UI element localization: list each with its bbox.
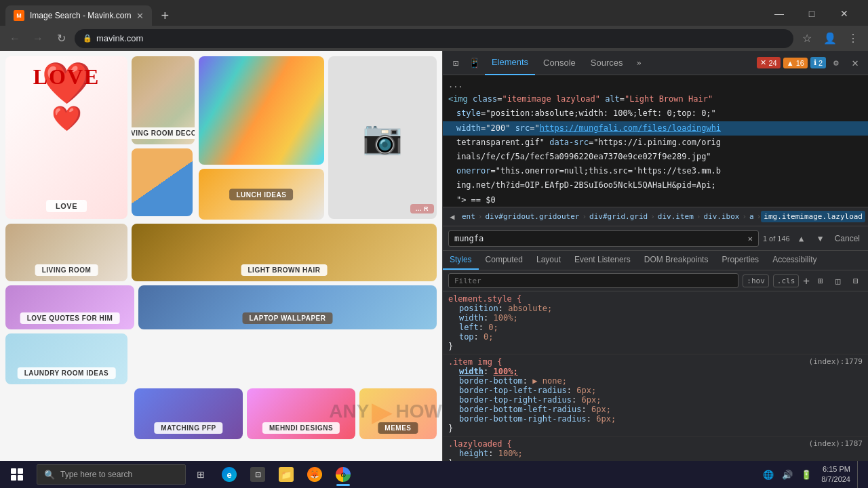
- living-room-decor-item[interactable]: Living Room Decor: [132, 56, 195, 144]
- search-clear-icon[interactable]: ✕: [748, 234, 753, 243]
- css-prop-width-highlighted-name[interactable]: width: [459, 367, 484, 376]
- css-prop-width-name[interactable]: width: [459, 313, 484, 323]
- devtools-device-icon[interactable]: 📱: [466, 54, 484, 72]
- search-cancel-btn[interactable]: Cancel: [832, 234, 863, 243]
- breadcrumb-a[interactable]: a: [747, 211, 757, 222]
- error-badge[interactable]: ✕ 24: [757, 57, 780, 68]
- breadcrumb-toggle[interactable]: ◀: [446, 210, 459, 224]
- start-button[interactable]: [0, 461, 34, 488]
- css-prop-position-name[interactable]: position: [459, 304, 498, 313]
- reload-button[interactable]: ↻: [52, 29, 71, 48]
- devtools-close-icon[interactable]: ✕: [846, 54, 864, 72]
- search-next-btn[interactable]: ▼: [813, 231, 828, 246]
- pseudo-cls-btn[interactable]: .cls: [773, 274, 800, 287]
- breadcrumb-ibox[interactable]: div.ibox: [701, 211, 742, 222]
- add-rule-btn[interactable]: +: [803, 274, 810, 287]
- love-item[interactable]: ❤️ ❤️ LOVE Love: [5, 56, 127, 219]
- breadcrumb-gridout[interactable]: div#gridout.gridouter: [482, 211, 582, 222]
- task-view-button[interactable]: ⊞: [189, 461, 213, 488]
- layout-btn-3[interactable]: ⊟: [849, 274, 863, 287]
- tab-accessibility[interactable]: Accessibility: [766, 251, 823, 270]
- styles-filter-row: :hov .cls + ⊞ ◫ ⊟: [443, 270, 868, 291]
- tab-dom-breakpoints[interactable]: DOM Breakpoints: [637, 251, 715, 270]
- maximize-button[interactable]: □: [796, 4, 827, 23]
- taskbar-network-icon[interactable]: 🌐: [760, 466, 776, 483]
- taskbar-clock[interactable]: 6:15 PM 8/7/2024: [817, 464, 854, 485]
- css-prop-top-name[interactable]: top: [459, 332, 474, 342]
- taskbar-battery-icon[interactable]: 🔋: [798, 466, 814, 483]
- tab-styles[interactable]: Styles: [443, 251, 479, 270]
- tab-layout[interactable]: Layout: [530, 251, 568, 270]
- taskbar-app-explorer[interactable]: 📁: [273, 461, 300, 488]
- light-brown-hair-item[interactable]: Light Brown Hair: [132, 224, 437, 281]
- breadcrumb-item[interactable]: div.item: [655, 211, 696, 222]
- active-tab[interactable]: M Image Search - Mavink.com ✕: [5, 5, 152, 26]
- devtools-tab-sources[interactable]: Sources: [584, 51, 630, 75]
- menu-button[interactable]: ⋮: [844, 29, 863, 48]
- taskview-icon: ⊡: [250, 467, 265, 482]
- devtools-tab-more[interactable]: »: [631, 51, 647, 75]
- swatch-item[interactable]: img.itemimage.lazyloading 30×30: [132, 148, 193, 216]
- tab-close-icon[interactable]: ✕: [136, 11, 144, 21]
- dom-line-3-selected[interactable]: width="200" src="https://mungfali.com/fi…: [443, 121, 868, 136]
- taskbar-show-desktop[interactable]: [857, 461, 863, 488]
- living-room-item[interactable]: Living Room: [5, 224, 127, 281]
- url-bar[interactable]: 🔒 mavink.com: [75, 29, 793, 48]
- devtools-inspect-icon[interactable]: ⊡: [447, 54, 465, 72]
- css-prop-btrr-name[interactable]: border-top-right-radius: [459, 395, 572, 405]
- breadcrumb-img[interactable]: img.itemimage.lazyload: [761, 211, 865, 222]
- taskbar-volume-icon[interactable]: 🔊: [779, 466, 795, 483]
- css-prop-btlr-name[interactable]: border-top-left-radius: [459, 386, 567, 395]
- styles-filter-input[interactable]: [448, 273, 738, 288]
- css-prop-bbrr-name[interactable]: border-bottom-right-radius: [459, 414, 587, 424]
- layout-btn-1[interactable]: ⊞: [814, 274, 827, 287]
- tab-properties[interactable]: Properties: [715, 251, 766, 270]
- love-quotes-label: Love Quotes For Him: [20, 312, 120, 324]
- devtools-panel: ⊡ 📱 Elements Console Sources » ✕ 24 ▲ 16…: [442, 51, 868, 461]
- css-prop-border-bottom-name[interactable]: border-bottom: [459, 376, 523, 386]
- minimize-button[interactable]: —: [764, 4, 795, 23]
- taskbar-time: 6:15 PM: [821, 464, 850, 474]
- bookmark-button[interactable]: ☆: [797, 29, 816, 48]
- breadcrumb-grid[interactable]: div#grid.grid: [587, 211, 650, 222]
- devtools-tab-console[interactable]: Console: [536, 51, 583, 75]
- search-prev-btn[interactable]: ▲: [794, 231, 809, 246]
- dom-line-5: inals/fe/cf/5a/fecf5a0996220ea7370e9ce02…: [443, 150, 868, 164]
- middle-col: Living Room Decor img.itemimage.lazyload…: [132, 56, 195, 216]
- layout-btn-2[interactable]: ◫: [831, 274, 845, 287]
- devtools-settings-icon[interactable]: ⚙: [827, 54, 845, 72]
- watermark: ANY ▶ HOW: [329, 396, 442, 427]
- devtools-search-input[interactable]: [454, 234, 744, 243]
- love-quotes-item[interactable]: Love Quotes For Him: [5, 285, 134, 329]
- taskbar-app-taskview[interactable]: ⊡: [244, 461, 271, 488]
- grid-row-4: Laundry Room Ideas: [5, 333, 437, 384]
- css-prop-left-name[interactable]: left: [459, 323, 479, 332]
- taskbar-app-edge[interactable]: e: [216, 461, 243, 488]
- taskbar-app-firefox[interactable]: 🦊: [301, 461, 328, 488]
- new-tab-button[interactable]: +: [155, 5, 175, 26]
- profile-button[interactable]: 👤: [821, 29, 840, 48]
- tab-event-listeners[interactable]: Event Listeners: [568, 251, 637, 270]
- taskbar-app-chrome[interactable]: ⊙: [330, 461, 357, 488]
- close-button[interactable]: ✕: [829, 4, 860, 23]
- warning-badge[interactable]: ▲ 16: [783, 58, 808, 68]
- pseudo-hov-btn[interactable]: :hov: [743, 274, 769, 287]
- info-badge[interactable]: ℹ 2: [810, 57, 826, 68]
- warning-icon: ▲: [787, 59, 794, 67]
- laundry-item[interactable]: Laundry Room Ideas: [5, 333, 127, 384]
- matching-pfp-item[interactable]: Matching Pfp: [134, 388, 243, 439]
- tab-computed[interactable]: Computed: [479, 251, 530, 270]
- taskbar-search-bar[interactable]: 🔍 Type here to search: [37, 464, 186, 485]
- devtools-tab-elements[interactable]: Elements: [485, 51, 535, 75]
- marble-item[interactable]: [199, 56, 324, 165]
- camera-item[interactable]: 📷 ... R: [328, 56, 437, 219]
- breadcrumb-ent[interactable]: ent: [459, 211, 478, 222]
- back-button[interactable]: ←: [5, 29, 24, 48]
- swatch-row: img.itemimage.lazyloading 30×30: [132, 148, 195, 216]
- css-prop-bblr-name[interactable]: border-bottom-left-radius: [459, 405, 582, 414]
- css-rule-lazyloaded: .lazyloaded { (index):1787 height: 100%;…: [443, 436, 868, 461]
- css-prop-height-name[interactable]: height: [459, 449, 488, 458]
- forward-button[interactable]: →: [28, 29, 47, 48]
- lunch-ideas-item[interactable]: Lunch Ideas: [199, 169, 324, 220]
- laptop-wallpaper-item[interactable]: Laptop Wallpaper: [138, 285, 437, 329]
